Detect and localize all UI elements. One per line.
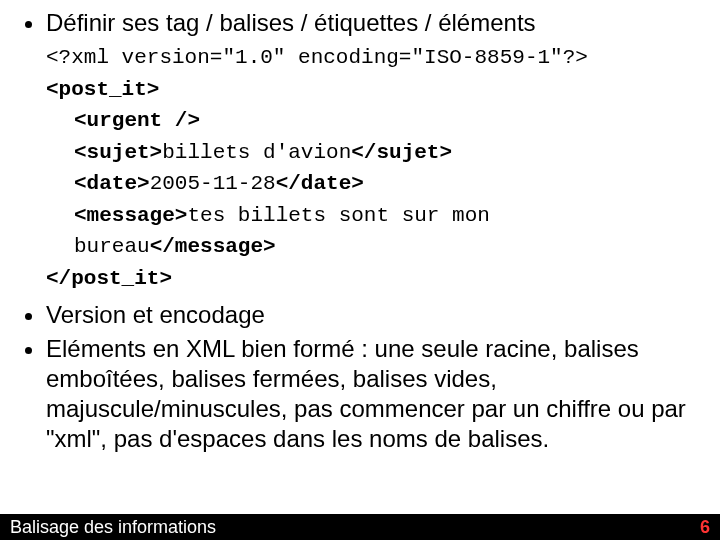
slide: Définir ses tag / balises / étiquettes /… xyxy=(0,0,720,540)
code-post-it-open: <post_it> xyxy=(46,74,702,106)
bullet-define-tags: Définir ses tag / balises / étiquettes /… xyxy=(46,8,702,38)
code-sujet-close: </sujet> xyxy=(351,141,452,164)
bullet-list: Définir ses tag / balises / étiquettes /… xyxy=(18,8,702,38)
code-sujet-line: <sujet>billets d'avion</sujet> xyxy=(46,137,702,169)
footer-bar: Balisage des informations 6 xyxy=(0,514,720,540)
code-date-text: 2005-11-28 xyxy=(150,172,276,195)
code-urgent: <urgent /> xyxy=(46,105,702,137)
code-message-line: <message>tes billets sont sur mon bureau… xyxy=(46,200,702,263)
code-xml-declaration: <?xml version="1.0" encoding="ISO-8859-1… xyxy=(46,42,702,74)
bullet-version-encoding: Version et encodage xyxy=(46,300,702,330)
code-post-it-close: </post_it> xyxy=(46,263,702,295)
bullet-list-2: Version et encodage Eléments en XML bien… xyxy=(18,300,702,454)
code-date-close: </date> xyxy=(276,172,364,195)
code-date-open: <date> xyxy=(74,172,150,195)
code-sujet-open: <sujet> xyxy=(74,141,162,164)
code-message-open: <message> xyxy=(74,204,187,227)
xml-code-block: <?xml version="1.0" encoding="ISO-8859-1… xyxy=(46,42,702,294)
code-message-close: </message> xyxy=(150,235,276,258)
code-sujet-text: billets d'avion xyxy=(162,141,351,164)
slide-content: Définir ses tag / balises / étiquettes /… xyxy=(0,0,720,454)
footer-title: Balisage des informations xyxy=(10,517,216,538)
page-number: 6 xyxy=(700,517,710,538)
code-date-line: <date>2005-11-28</date> xyxy=(46,168,702,200)
bullet-well-formed: Eléments en XML bien formé : une seule r… xyxy=(46,334,702,454)
